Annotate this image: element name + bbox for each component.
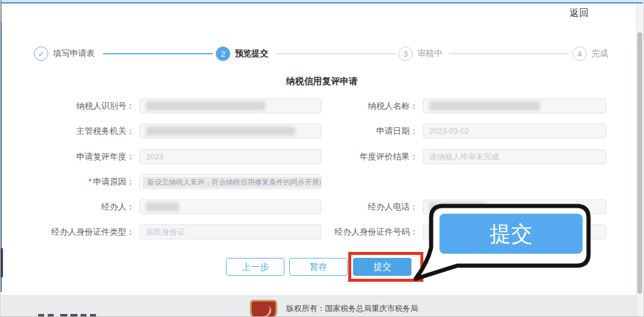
step-label: 预览提交	[235, 48, 268, 59]
step-2-preview-submit: 2 预览提交	[216, 47, 268, 61]
field-label-annual-result: 年度评价结果：	[314, 149, 418, 164]
side-panel-handle[interactable]	[1, 248, 3, 278]
field-taxpayer-id[interactable]	[140, 99, 321, 113]
field-label-agent-phone: 经办人电话：	[314, 199, 418, 214]
step-number: 4	[572, 47, 587, 61]
step-connector-1	[103, 53, 213, 54]
logo-glyph	[255, 301, 273, 317]
step-label: 完成	[592, 48, 608, 59]
step-connector-3	[450, 53, 569, 54]
field-taxpayer-name[interactable]	[423, 99, 606, 113]
page-title: 纳税信用复评申请	[1, 76, 643, 87]
step-connector-2	[276, 53, 395, 54]
clipped-text-artifact	[60, 314, 67, 316]
field-review-year[interactable]: 2023	[140, 149, 321, 164]
step-label: 审核中	[417, 48, 442, 59]
field-label-text: 申请原因：	[93, 177, 135, 186]
step-number: 3	[398, 47, 413, 61]
scrollbar-track[interactable]	[636, 4, 643, 316]
left-edge-artifact-top	[1, 1, 2, 22]
redacted-value	[146, 202, 179, 211]
field-annual-result[interactable]: 该纳税人终审未完成	[423, 149, 606, 164]
callout-label: 提交	[490, 221, 532, 246]
field-label-apply-reason: *申请原因：	[30, 174, 135, 189]
field-tax-authority[interactable]	[140, 124, 321, 139]
clipped-text-artifact	[90, 314, 96, 316]
step-number: 2	[216, 47, 230, 61]
footer: 版权所有：国家税务总局重庆市税务局	[1, 296, 643, 316]
redacted-value	[146, 127, 295, 136]
submit-callout-bubble: 提交	[410, 201, 596, 286]
field-apply-reason[interactable]: 新设立纳税人复评，符合纳税信用修复条件的同步开展修复	[140, 174, 321, 189]
field-label-tax-authority: 主管税务机关：	[30, 124, 135, 139]
field-label-taxpayer-id: 纳税人识别号：	[30, 99, 135, 113]
step-1-fill-form: ✓ 填写申请表	[34, 47, 95, 61]
previous-step-button[interactable]: 上一步	[226, 258, 284, 276]
scrollbar-thumb[interactable]	[637, 32, 642, 294]
field-agent[interactable]	[140, 199, 321, 214]
step-3-reviewing: 3 审核中	[398, 47, 442, 61]
step-label: 填写申请表	[53, 48, 95, 59]
copyright-text: 版权所有：国家税务总局重庆市税务局	[286, 303, 418, 314]
clipped-text-artifact	[70, 314, 78, 316]
field-agent-id-type[interactable]: 居民身份证	[140, 224, 321, 239]
field-label-taxpayer-name: 纳税人名称：	[314, 99, 418, 113]
step-4-done: 4 完成	[572, 47, 608, 61]
field-label-apply-date: 申请日期：	[314, 124, 418, 139]
top-accent-line	[1, 2, 643, 4]
tax-bureau-logo	[250, 300, 277, 317]
back-button[interactable]: 返回	[569, 7, 589, 20]
field-label-agent: 经办人：	[30, 199, 135, 214]
clipped-text-artifact	[48, 314, 54, 316]
save-draft-button[interactable]: 暂存	[289, 258, 348, 276]
redacted-value	[146, 101, 265, 110]
required-asterisk: *	[89, 177, 92, 186]
field-label-agent-id-type: 经办人身份证件类型：	[30, 224, 135, 239]
field-label-agent-id-number: 经办人身份证件号码：	[314, 224, 418, 239]
reason-tag: 新设立纳税人复评，符合纳税信用修复条件的同步开展修复	[143, 177, 321, 188]
check-icon: ✓	[34, 47, 48, 61]
clipped-text-artifact	[38, 314, 44, 316]
clipped-text-artifact	[80, 314, 86, 316]
field-label-review-year: 申请复评年度：	[30, 149, 135, 164]
field-apply-date[interactable]: 2023-03-02	[423, 124, 606, 139]
redacted-value	[429, 101, 540, 110]
